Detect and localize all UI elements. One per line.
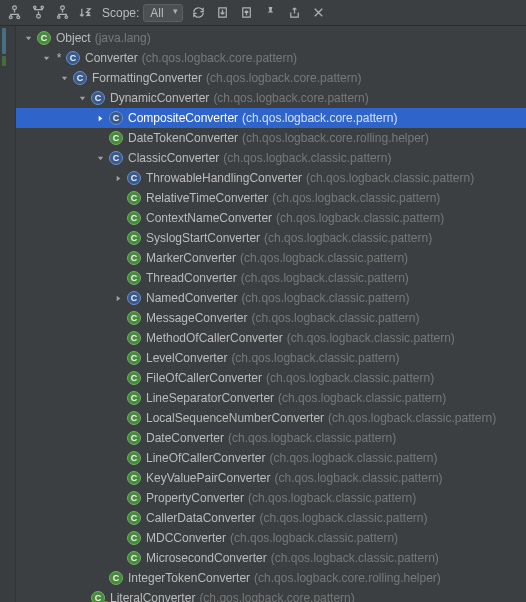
tree-row[interactable]: CObject(java.lang) xyxy=(16,28,526,48)
no-arrow xyxy=(112,372,124,384)
expanded-arrow-icon[interactable] xyxy=(58,72,70,84)
tree-row[interactable]: CNamedConverter(ch.qos.logback.classic.p… xyxy=(16,288,526,308)
abstract-class-icon: C xyxy=(126,170,142,186)
class-name: LevelConverter xyxy=(146,351,227,365)
class-name: Converter xyxy=(85,51,138,65)
svg-point-7 xyxy=(57,16,59,18)
tree-row[interactable]: CPropertyConverter(ch.qos.logback.classi… xyxy=(16,488,526,508)
no-arrow xyxy=(112,392,124,404)
tree-row[interactable]: CCallerDataConverter(ch.qos.logback.clas… xyxy=(16,508,526,528)
class-name: Object xyxy=(56,31,91,45)
abstract-class-icon: C xyxy=(90,90,106,106)
expanded-arrow-icon[interactable] xyxy=(76,92,88,104)
tree-row[interactable]: CMDCConverter(ch.qos.logback.classic.pat… xyxy=(16,528,526,548)
tree-row[interactable]: CDateConverter(ch.qos.logback.classic.pa… xyxy=(16,428,526,448)
tree-row[interactable]: CContextNameConverter(ch.qos.logback.cla… xyxy=(16,208,526,228)
tree-row[interactable]: *CConverter(ch.qos.logback.core.pattern) xyxy=(16,48,526,68)
expanded-arrow-icon[interactable] xyxy=(94,152,106,164)
no-arrow xyxy=(112,252,124,264)
tree-row[interactable]: CThreadConverter(ch.qos.logback.classic.… xyxy=(16,268,526,288)
svg-point-2 xyxy=(16,16,19,19)
package-label: (ch.qos.logback.classic.pattern) xyxy=(230,531,398,545)
no-arrow xyxy=(112,412,124,424)
tree-row[interactable]: CMethodOfCallerConverter(ch.qos.logback.… xyxy=(16,328,526,348)
tree-row[interactable]: CDateTokenConverter(ch.qos.logback.core.… xyxy=(16,128,526,148)
abstract-class-icon: C xyxy=(126,290,142,306)
hierarchy-class-icon[interactable] xyxy=(6,5,22,21)
tree-row[interactable]: CCompositeConverter(ch.qos.logback.core.… xyxy=(16,108,526,128)
no-arrow xyxy=(94,572,106,584)
tree-row[interactable]: CIntegerTokenConverter(ch.qos.logback.co… xyxy=(16,568,526,588)
package-label: (ch.qos.logback.classic.pattern) xyxy=(241,271,409,285)
package-label: (ch.qos.logback.core.rolling.helper) xyxy=(242,131,429,145)
class-name: CompositeConverter xyxy=(128,111,238,125)
tree-row[interactable]: CLineOfCallerConverter(ch.qos.logback.cl… xyxy=(16,448,526,468)
close-icon[interactable] xyxy=(311,5,327,21)
package-label: (ch.qos.logback.classic.pattern) xyxy=(269,451,437,465)
collapsed-arrow-icon[interactable] xyxy=(94,112,106,124)
no-arrow xyxy=(112,472,124,484)
scope-selector: Scope: All xyxy=(102,4,183,22)
class-name: MicrosecondConverter xyxy=(146,551,267,565)
class-name: KeyValuePairConverter xyxy=(146,471,271,485)
tree-row[interactable]: CClassicConverter(ch.qos.logback.classic… xyxy=(16,148,526,168)
class-icon: C xyxy=(108,130,124,146)
tree-row[interactable]: CRelativeTimeConverter(ch.qos.logback.cl… xyxy=(16,188,526,208)
no-arrow xyxy=(112,452,124,464)
no-arrow xyxy=(112,532,124,544)
class-name: ContextNameConverter xyxy=(146,211,272,225)
tree-row[interactable]: CLocalSequenceNumberConverter(ch.qos.log… xyxy=(16,408,526,428)
package-label: (ch.qos.logback.classic.pattern) xyxy=(240,251,408,265)
export-icon[interactable] xyxy=(287,5,303,21)
tree-row[interactable]: CDynamicConverter(ch.qos.logback.core.pa… xyxy=(16,88,526,108)
tree-row[interactable]: CSyslogStartConverter(ch.qos.logback.cla… xyxy=(16,228,526,248)
class-name: DateTokenConverter xyxy=(128,131,238,145)
autoscroll-to-source-icon[interactable] xyxy=(215,5,231,21)
sort-alpha-icon[interactable] xyxy=(78,5,94,21)
tree-row[interactable]: CMarkerConverter(ch.qos.logback.classic.… xyxy=(16,248,526,268)
modified-marker: * xyxy=(54,51,64,65)
no-arrow xyxy=(112,552,124,564)
class-name: MethodOfCallerConverter xyxy=(146,331,283,345)
expanded-arrow-icon[interactable] xyxy=(40,52,52,64)
class-icon: C xyxy=(126,550,142,566)
class-name: LineOfCallerConverter xyxy=(146,451,265,465)
package-label: (ch.qos.logback.classic.pattern) xyxy=(272,191,440,205)
autoscroll-from-source-icon[interactable] xyxy=(239,5,255,21)
class-icon: C xyxy=(126,450,142,466)
class-name: RelativeTimeConverter xyxy=(146,191,268,205)
supertypes-icon[interactable] xyxy=(30,5,46,21)
class-name: ThreadConverter xyxy=(146,271,237,285)
class-icon: C xyxy=(126,250,142,266)
class-icon: C xyxy=(126,390,142,406)
tree-row[interactable]: CFileOfCallerConverter(ch.qos.logback.cl… xyxy=(16,368,526,388)
hierarchy-toolbar: Scope: All xyxy=(0,0,526,26)
tree-row[interactable]: CMicrosecondConverter(ch.qos.logback.cla… xyxy=(16,548,526,568)
tree-row[interactable]: CKeyValuePairConverter(ch.qos.logback.cl… xyxy=(16,468,526,488)
scope-dropdown[interactable]: All xyxy=(143,4,182,22)
class-name: MarkerConverter xyxy=(146,251,236,265)
tree-row[interactable]: CLevelConverter(ch.qos.logback.classic.p… xyxy=(16,348,526,368)
tree-row[interactable]: CFormattingConverter(ch.qos.logback.core… xyxy=(16,68,526,88)
svg-point-8 xyxy=(65,16,67,18)
expanded-arrow-icon[interactable] xyxy=(22,32,34,44)
package-label: (java.lang) xyxy=(95,31,151,45)
tree-row[interactable]: CLineSeparatorConverter(ch.qos.logback.c… xyxy=(16,388,526,408)
collapsed-arrow-icon[interactable] xyxy=(112,172,124,184)
class-name: IntegerTokenConverter xyxy=(128,571,250,585)
hierarchy-tree[interactable]: CObject(java.lang)*CConverter(ch.qos.log… xyxy=(16,26,526,602)
svg-point-4 xyxy=(33,6,35,8)
class-icon: C xyxy=(126,470,142,486)
package-label: (ch.qos.logback.classic.pattern) xyxy=(306,171,474,185)
no-arrow xyxy=(112,492,124,504)
pin-icon[interactable] xyxy=(263,5,279,21)
tree-row[interactable]: CMessageConverter(ch.qos.logback.classic… xyxy=(16,308,526,328)
package-label: (ch.qos.logback.classic.pattern) xyxy=(241,291,409,305)
collapsed-arrow-icon[interactable] xyxy=(112,292,124,304)
subtypes-icon[interactable] xyxy=(54,5,70,21)
no-arrow xyxy=(112,332,124,344)
tree-row[interactable]: CThrowableHandlingConverter(ch.qos.logba… xyxy=(16,168,526,188)
tree-row[interactable]: CLiteralConverter(ch.qos.logback.core.pa… xyxy=(16,588,526,602)
abstract-class-icon: C xyxy=(108,150,124,166)
refresh-icon[interactable] xyxy=(191,5,207,21)
